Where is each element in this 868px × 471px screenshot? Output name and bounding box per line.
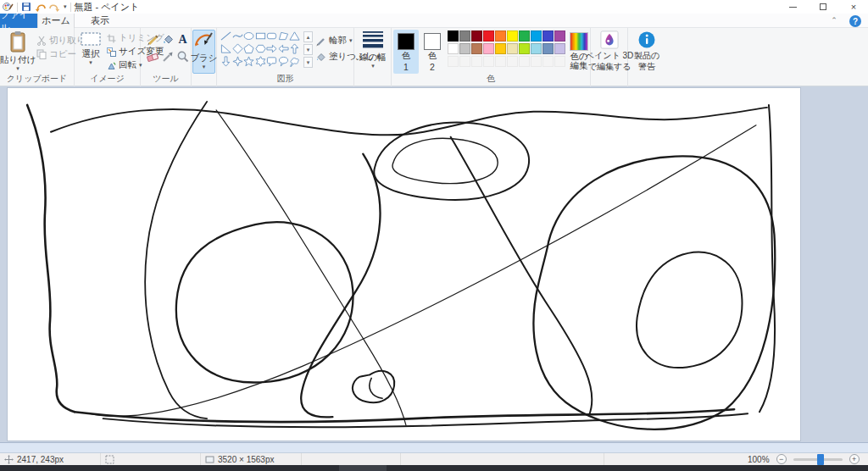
copy-button[interactable]: コピー <box>36 48 76 60</box>
minimize-button[interactable] <box>787 1 798 13</box>
palette-swatch[interactable] <box>542 43 554 54</box>
drawing-canvas[interactable] <box>7 87 801 441</box>
palette-swatch[interactable] <box>471 43 482 54</box>
star-6-shape[interactable] <box>255 56 266 67</box>
fill-tool[interactable] <box>161 33 175 47</box>
palette-swatch-empty[interactable] <box>495 56 506 67</box>
polygon-shape[interactable] <box>278 30 289 42</box>
brush-dropdown-icon[interactable]: ▾ <box>203 64 206 69</box>
palette-swatch[interactable] <box>519 43 530 54</box>
arrow-left-shape[interactable] <box>278 43 289 54</box>
tab-home[interactable]: ホーム <box>37 14 75 28</box>
outline-dropdown-icon[interactable]: ▾ <box>349 38 353 43</box>
collapse-ribbon-icon[interactable]: ⌃ <box>829 17 839 25</box>
fill-bucket-small-icon <box>315 52 326 63</box>
text-tool[interactable]: A <box>176 32 189 46</box>
eyedropper-tool[interactable] <box>161 50 175 64</box>
color1-button[interactable]: 色 1 <box>393 30 419 74</box>
ellipse-shape[interactable] <box>243 30 254 42</box>
zoom-slider[interactable] <box>793 458 843 461</box>
color2-button[interactable]: 色 2 <box>420 30 444 74</box>
callout-rounded-shape[interactable] <box>266 56 277 67</box>
rotate-button[interactable]: 回転 ▾ <box>107 59 142 71</box>
callout-cloud-shape[interactable] <box>289 56 300 67</box>
callout-oval-shape[interactable] <box>278 56 289 67</box>
palette-swatch[interactable] <box>459 30 470 42</box>
paste-dropdown-icon[interactable]: ▾ <box>16 66 19 71</box>
select-button[interactable]: 選択 ▾ <box>76 30 105 74</box>
paste-button[interactable]: 貼り付け ▾ <box>3 30 32 74</box>
qat-dropdown-icon[interactable]: ▾ <box>64 4 67 9</box>
palette-swatch-empty[interactable] <box>483 56 494 67</box>
palette-swatch[interactable] <box>507 30 518 42</box>
palette-swatch[interactable] <box>507 43 518 54</box>
triangle-shape[interactable] <box>289 30 300 42</box>
palette-swatch-empty[interactable] <box>471 56 482 67</box>
palette-swatch[interactable] <box>554 30 565 42</box>
zoom-out-button[interactable]: − <box>776 454 787 464</box>
canvas-dimensions: 3520 × 1563px <box>205 453 274 465</box>
svg-text:A: A <box>178 33 187 46</box>
palette-swatch[interactable] <box>495 43 506 54</box>
palette-swatch-empty[interactable] <box>519 56 530 67</box>
line-shape[interactable] <box>220 30 231 42</box>
close-button[interactable]: × <box>848 1 860 13</box>
line-width-dropdown-icon[interactable]: ▾ <box>371 64 375 69</box>
line-width-button[interactable]: 線の幅 ▾ <box>358 30 388 74</box>
palette-swatch-empty[interactable] <box>542 56 554 67</box>
pencil-tool[interactable] <box>146 33 159 47</box>
arrow-right-shape[interactable] <box>266 43 277 54</box>
rectangle-shape[interactable] <box>255 30 266 42</box>
product-alerts-button[interactable]: 製品の 警告 <box>630 30 664 74</box>
shapes-scroll-up-icon[interactable]: ▴ <box>303 31 313 42</box>
arrow-down-shape[interactable] <box>220 56 231 67</box>
shapes-scroll-down-icon[interactable]: ▾ <box>303 44 313 55</box>
star-5-shape[interactable] <box>243 56 254 67</box>
palette-swatch[interactable] <box>448 30 459 42</box>
brush-stroke <box>534 156 776 429</box>
palette-row-3 <box>448 56 565 67</box>
paint3d-button[interactable]: ペイント 3D で編集する <box>593 30 626 74</box>
palette-swatch-empty[interactable] <box>459 56 470 67</box>
star-4-shape[interactable] <box>232 56 243 67</box>
horizontal-scrollbar[interactable] <box>0 442 868 453</box>
paint-window: ▾ 無題 - ペイント × ファイル ホーム 表示 ⌃ ? 貼り付け ▾ 切 <box>0 0 868 471</box>
outline-button[interactable]: 輪郭 ▾ <box>315 35 353 47</box>
palette-swatch-empty[interactable] <box>507 56 518 67</box>
color2-swatch <box>424 33 441 50</box>
zoom-in-button[interactable]: + <box>849 454 860 464</box>
palette-swatch[interactable] <box>531 30 542 42</box>
hexagon-shape[interactable] <box>255 43 266 54</box>
palette-swatch[interactable] <box>495 30 506 42</box>
right-triangle-shape[interactable] <box>220 43 231 54</box>
palette-swatch[interactable] <box>554 43 565 54</box>
palette-swatch-empty[interactable] <box>554 56 565 67</box>
tab-file[interactable]: ファイル <box>0 14 37 28</box>
shapes-more-icon[interactable]: ▾ <box>303 57 313 68</box>
magnifier-tool[interactable] <box>176 50 190 64</box>
diamond-shape[interactable] <box>232 43 243 54</box>
palette-swatch[interactable] <box>471 30 482 42</box>
palette-swatch[interactable] <box>519 30 530 42</box>
palette-swatch[interactable] <box>542 30 554 42</box>
brush-button[interactable]: ブラシ ▾ <box>192 30 215 74</box>
palette-swatch-empty[interactable] <box>531 56 542 67</box>
rounded-rectangle-shape[interactable] <box>266 30 277 42</box>
maximize-button[interactable] <box>817 1 829 13</box>
eraser-tool[interactable] <box>146 50 159 64</box>
redo-icon[interactable] <box>49 2 60 12</box>
palette-swatch[interactable] <box>483 43 494 54</box>
tab-view[interactable]: 表示 <box>85 14 115 28</box>
pentagon-shape[interactable] <box>243 43 254 54</box>
palette-swatch[interactable] <box>483 30 494 42</box>
brush-stroke <box>760 105 775 412</box>
palette-swatch-empty[interactable] <box>448 56 459 67</box>
zoom-slider-thumb[interactable] <box>817 454 824 465</box>
arrow-up-shape[interactable] <box>289 43 300 54</box>
help-icon[interactable]: ? <box>849 15 861 27</box>
curve-shape[interactable] <box>232 30 243 42</box>
select-dropdown-icon[interactable]: ▾ <box>89 60 92 65</box>
palette-swatch[interactable] <box>448 43 459 54</box>
palette-swatch[interactable] <box>459 43 470 54</box>
palette-swatch[interactable] <box>531 43 542 54</box>
